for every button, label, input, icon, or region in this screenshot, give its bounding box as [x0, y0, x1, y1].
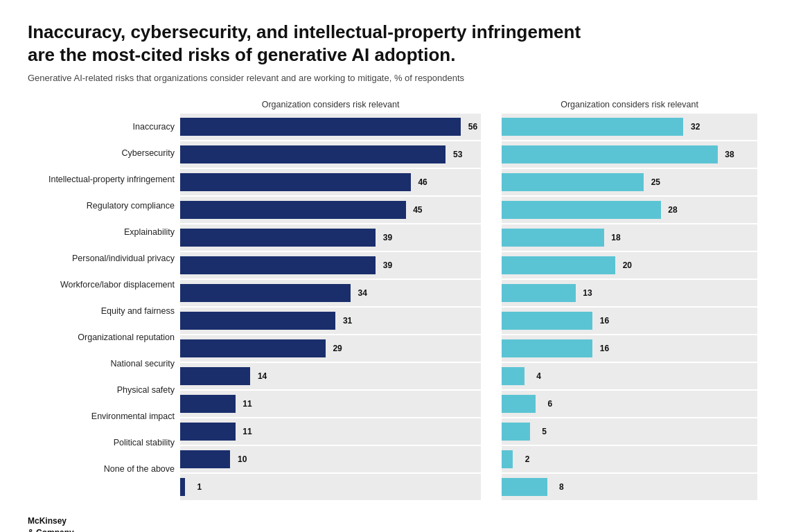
right-bar-track: 6 [502, 391, 757, 417]
right-bar-value: 38 [725, 150, 734, 159]
left-bar-value: 34 [358, 288, 367, 298]
left-bar-track: 11 [180, 418, 481, 445]
right-bar-track: 18 [502, 224, 757, 251]
right-bar-track: 2 [502, 446, 757, 472]
row-label: Personal/individual privacy [28, 245, 180, 272]
left-bar-value: 39 [383, 233, 392, 242]
left-bar-fill: 45 [180, 201, 406, 219]
right-bar-fill: 28 [502, 201, 661, 219]
chart-title: Inaccuracy, cybersecurity, and intellect… [28, 21, 596, 66]
left-bar-fill: 53 [180, 145, 446, 163]
right-bar-track: 38 [502, 141, 757, 168]
left-bar-track: 14 [180, 363, 481, 389]
left-bar-track: 34 [180, 280, 481, 306]
left-bar-track: 31 [180, 308, 481, 334]
row-label: Intellectual-property infringement [28, 166, 180, 193]
right-bar-track: 32 [502, 114, 757, 140]
right-bar-fill: 6 [502, 395, 536, 413]
left-bar-fill: 10 [180, 450, 230, 468]
left-bar-fill: 11 [180, 395, 236, 413]
left-bar-value: 45 [413, 205, 422, 215]
chart-wrapper: InaccuracyCybersecurityIntellectual-prop… [28, 114, 757, 502]
left-bar-fill: 56 [180, 118, 461, 136]
left-bar-track: 10 [180, 446, 481, 472]
right-bar-value: 2 [525, 454, 530, 464]
row-label: Physical safety [28, 377, 180, 403]
left-bar-value: 10 [238, 454, 247, 464]
left-bar-value: 31 [343, 316, 352, 326]
left-bars-column: 565346453939343129141111101 [180, 114, 481, 502]
right-bar-value: 25 [651, 177, 660, 187]
left-bar-track: 29 [180, 335, 481, 362]
right-bar-value: 16 [600, 316, 609, 326]
right-bar-track: 16 [502, 308, 757, 334]
labels-column: InaccuracyCybersecurityIntellectual-prop… [28, 114, 180, 502]
left-bar-track: 46 [180, 169, 481, 195]
right-bar-value: 20 [623, 260, 632, 270]
right-bars-column: 32382528182013161646528 [502, 114, 757, 502]
left-bar-value: 53 [453, 150, 462, 159]
row-label: Equity and fairness [28, 298, 180, 324]
spacer-column [481, 114, 502, 502]
left-bar-fill: 34 [180, 284, 351, 302]
right-bar-value: 18 [611, 233, 620, 242]
right-bar-fill: 16 [502, 312, 592, 330]
left-bar-fill: 29 [180, 339, 326, 357]
right-bar-fill: 13 [502, 284, 576, 302]
left-chart-header: Organization considers risk relevant [180, 100, 481, 109]
right-chart-header: Organization considers risk relevant [502, 100, 757, 109]
logo-line2: & Company [28, 528, 74, 532]
left-bar-fill: 1 [180, 478, 185, 496]
left-bar-value: 1 [197, 482, 202, 492]
chart-subtitle: Generative AI-related risks that organiz… [28, 73, 568, 83]
right-bar-value: 6 [548, 399, 553, 409]
left-bar-track: 11 [180, 391, 481, 417]
row-label: Inaccuracy [28, 114, 180, 140]
right-bar-track: 28 [502, 197, 757, 223]
left-bar-value: 14 [258, 371, 267, 381]
logo: McKinsey & Company [28, 515, 757, 532]
left-bar-fill: 31 [180, 312, 335, 330]
row-label: National security [28, 351, 180, 377]
logo-line1: McKinsey [28, 516, 67, 526]
row-label: Workforce/labor displacement [28, 272, 180, 298]
right-bar-fill: 2 [502, 450, 513, 468]
left-bar-track: 39 [180, 252, 481, 278]
right-bar-fill: 20 [502, 256, 615, 274]
left-bar-track: 1 [180, 474, 481, 500]
left-bar-track: 53 [180, 141, 481, 168]
row-label: Explainability [28, 219, 180, 245]
row-label: Regulatory compliance [28, 193, 180, 219]
right-bar-value: 4 [536, 371, 541, 381]
left-bar-fill: 11 [180, 423, 236, 441]
right-bar-value: 13 [583, 288, 592, 298]
chart-headers: Organization considers risk relevant Org… [28, 100, 757, 109]
left-bar-track: 39 [180, 224, 481, 251]
right-bar-fill: 5 [502, 423, 530, 441]
right-bar-track: 25 [502, 169, 757, 195]
right-bar-value: 5 [542, 427, 547, 436]
right-bar-track: 8 [502, 474, 757, 500]
right-bar-value: 8 [559, 482, 564, 492]
right-bar-fill: 8 [502, 478, 547, 496]
left-bar-value: 56 [468, 122, 477, 132]
left-bar-fill: 14 [180, 367, 250, 385]
right-bar-fill: 4 [502, 367, 524, 385]
right-bar-fill: 18 [502, 229, 604, 247]
left-bar-fill: 46 [180, 173, 411, 191]
left-bar-value: 39 [383, 260, 392, 270]
right-bar-value: 32 [691, 122, 700, 132]
right-bar-fill: 38 [502, 145, 718, 163]
left-bar-value: 11 [242, 399, 252, 409]
left-bar-value: 46 [418, 177, 427, 187]
right-bar-value: 16 [600, 344, 609, 353]
left-bar-value: 29 [333, 344, 342, 353]
right-bar-fill: 32 [502, 118, 683, 136]
row-label: Environmental impact [28, 403, 180, 429]
right-bar-track: 4 [502, 363, 757, 389]
left-bar-fill: 39 [180, 229, 376, 247]
left-bar-fill: 39 [180, 256, 376, 274]
right-bar-track: 13 [502, 280, 757, 306]
left-bar-track: 45 [180, 197, 481, 223]
row-label: Political stability [28, 429, 180, 456]
